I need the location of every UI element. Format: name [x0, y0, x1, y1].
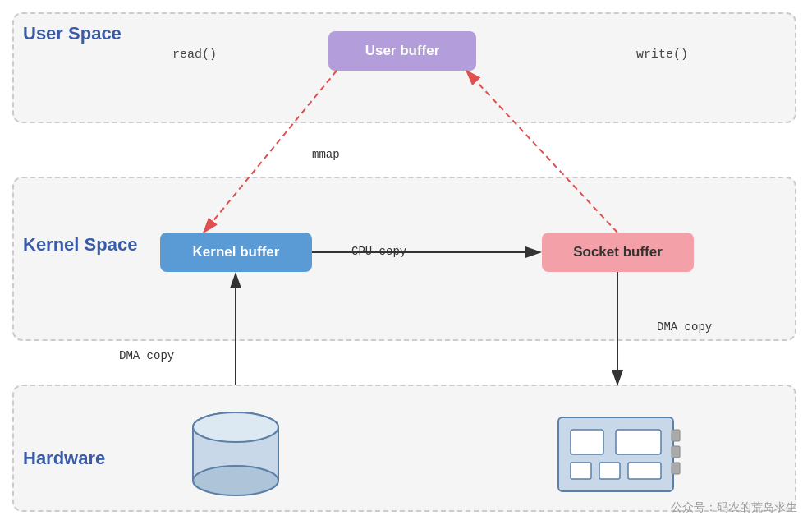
- svg-rect-9: [571, 463, 591, 479]
- svg-rect-12: [672, 430, 680, 441]
- svg-rect-11: [628, 463, 661, 479]
- disk-icon: [181, 403, 291, 501]
- hardware-label: Hardware: [23, 448, 105, 469]
- cpu-copy-label: CPU copy: [351, 245, 406, 258]
- user-space-label: User Space: [23, 23, 122, 44]
- svg-rect-10: [599, 463, 620, 479]
- mmap-label: mmap: [312, 148, 340, 161]
- svg-rect-14: [672, 463, 680, 474]
- svg-rect-13: [672, 446, 680, 458]
- watermark: 公众号：码农的荒岛求生: [671, 500, 797, 515]
- svg-point-5: [193, 412, 278, 442]
- svg-rect-7: [571, 430, 603, 454]
- dma-copy-left-label: DMA copy: [119, 349, 174, 362]
- svg-point-4: [193, 466, 278, 495]
- write-label: write(): [636, 48, 688, 62]
- kernel-space-label: Kernel Space: [23, 234, 137, 256]
- kernel-buffer: Kernel buffer: [160, 233, 312, 272]
- nic-icon: [550, 401, 681, 508]
- read-label: read(): [172, 48, 217, 62]
- socket-buffer: Socket buffer: [542, 233, 694, 272]
- svg-rect-8: [616, 430, 661, 454]
- dma-copy-right-label: DMA copy: [657, 320, 712, 334]
- diagram-container: User Space Kernel Space Hardware User bu…: [0, 0, 812, 525]
- user-buffer: User buffer: [328, 31, 476, 71]
